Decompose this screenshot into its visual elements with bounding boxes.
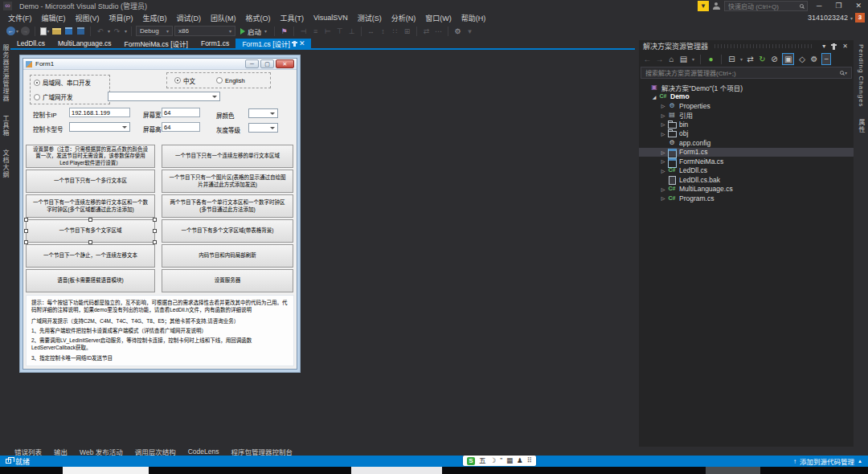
expand-arrow-icon[interactable]: ▷ [659, 131, 667, 137]
screen-width-input[interactable]: 64 [162, 108, 200, 117]
new-item-dropdown-icon[interactable] [47, 28, 50, 34]
fullwidth-moon-icon[interactable] [490, 456, 497, 466]
solution-search-box[interactable]: 搜索解决方案资源管理器(Ctrl+;) [641, 67, 852, 79]
menu-item[interactable]: VisualSVN [309, 14, 353, 22]
menu-item[interactable]: 生成(B) [138, 13, 172, 23]
demo-button[interactable]: 一个节目下只有一个图片区(表格的显示通过自绘图片并通过此方式添加发送) [162, 170, 293, 193]
restore-button[interactable] [830, 1, 846, 11]
menu-item[interactable]: 分析(N) [387, 13, 421, 23]
tree-row[interactable]: ▷ MultiLanguage.cs [639, 185, 854, 194]
tree-row[interactable]: ◢ Demo [639, 92, 854, 102]
menu-item[interactable]: 测试(S) [353, 13, 387, 23]
document-tab[interactable]: FormNeiMa.cs [设计] [118, 39, 194, 48]
skin-icon[interactable] [517, 456, 523, 466]
search-options-icon[interactable] [845, 70, 847, 76]
close-button[interactable] [850, 1, 866, 11]
language-combo[interactable] [108, 92, 220, 101]
left-rail-tab[interactable]: 文档大纲 [1, 149, 10, 178]
se-sync-icon[interactable] [706, 54, 715, 64]
form-designer-window[interactable]: Form1 局域网、串口开发 广域网开发 中文 [23, 58, 297, 370]
navigate-forward-icon[interactable] [21, 27, 30, 35]
card-model-combo[interactable] [69, 122, 130, 132]
feedback-flag-icon[interactable] [698, 1, 709, 11]
back-dropdown-icon[interactable] [16, 28, 18, 34]
document-tab[interactable]: Form1.cs [设计] [235, 39, 311, 48]
menu-item[interactable]: 项目(P) [104, 13, 138, 23]
account-dropdown-icon[interactable] [850, 15, 853, 21]
gray-level-combo[interactable] [248, 123, 278, 133]
bottom-panel-tab[interactable]: 程序包管理器控制台 [231, 447, 293, 456]
form-close-button[interactable] [276, 59, 294, 68]
radio-option[interactable]: English [216, 77, 245, 84]
wubi-mode-icon[interactable]: 五 [479, 456, 486, 466]
tree-row[interactable]: ▷ bin [639, 120, 854, 129]
demo-button[interactable]: 一个节目下只有一个多行文本区 [26, 170, 155, 193]
demo-button[interactable]: 一个节目下有多个文字区域(带表格背景) [162, 219, 293, 243]
undo-icon[interactable] [95, 26, 105, 37]
demo-button[interactable]: 两个节目下各有一个单行文本区和一个数字时钟区(多节目通过此方法添加) [162, 194, 293, 218]
expand-arrow-icon[interactable]: ▷ [659, 195, 667, 201]
menu-item[interactable]: 编辑(E) [37, 13, 71, 23]
radio-option[interactable]: 中文 [174, 76, 195, 85]
bottom-panel-tab[interactable]: 错误列表 [14, 447, 42, 456]
windows-taskbar[interactable] [0, 467, 868, 474]
expand-arrow-icon[interactable]: ▷ [659, 149, 667, 155]
se-collapse-all-icon[interactable] [727, 54, 736, 64]
right-rail-tab[interactable]: Pending Changes [858, 44, 865, 108]
demo-button[interactable]: 一个节目下有一个连续左移的单行文本区和一个数字时钟区(多个区域都通过此方法添加) [26, 194, 155, 218]
demo-button[interactable]: 设置服务器 [162, 269, 293, 292]
screen-color-combo[interactable] [248, 108, 278, 118]
notification-badge[interactable]: 3 [855, 13, 865, 22]
window-position-icon[interactable] [821, 43, 827, 50]
expand-arrow-icon[interactable]: ▷ [659, 168, 667, 174]
document-tab[interactable]: LedDll.cs [10, 39, 51, 48]
se-refresh-icon[interactable] [758, 54, 767, 64]
screen-height-input[interactable]: 64 [162, 122, 200, 132]
se-view-code-icon[interactable] [797, 54, 806, 64]
tree-row[interactable]: ▷ Form1.cs [639, 148, 854, 157]
se-pending-changes-filter-icon[interactable] [746, 54, 755, 64]
undo-dropdown-icon[interactable] [108, 28, 110, 34]
make-same-size-icon[interactable] [390, 26, 400, 37]
demo-button[interactable]: 一个节目下有多个文字区域 [26, 219, 155, 243]
se-nest-icon[interactable] [770, 54, 779, 64]
make-same-width-icon[interactable] [366, 26, 376, 37]
right-rail-tab[interactable]: 属性 [857, 119, 866, 133]
tree-row[interactable]: ▷ 引用 [639, 111, 854, 121]
tree-row[interactable]: ▷ obj [639, 129, 854, 139]
menu-item[interactable]: 团队(M) [206, 13, 241, 23]
left-rail-tab[interactable]: 工具箱 [1, 115, 10, 137]
person-icon[interactable] [713, 2, 720, 10]
configuration-combo[interactable]: Debug [136, 26, 173, 36]
start-debug-button[interactable]: 启动 [237, 27, 270, 36]
document-tab[interactable]: MultiLanguage.cs [51, 39, 118, 48]
pin-panel-icon[interactable] [833, 43, 835, 50]
menu-item[interactable]: 调试(D) [172, 13, 207, 23]
left-rail-tab[interactable]: 服务器资源管理器 [1, 44, 10, 102]
menu-item[interactable]: 窗口(W) [420, 13, 457, 23]
make-same-height-icon[interactable] [378, 26, 388, 37]
account-id[interactable]: 3141023242 [808, 14, 848, 22]
punctuation-icon[interactable] [500, 456, 502, 466]
close-panel-icon[interactable] [841, 43, 850, 50]
menu-item[interactable]: 格式(O) [241, 13, 276, 23]
radio-option[interactable]: 广域网开发 [34, 92, 106, 101]
menu-item[interactable]: 工具(T) [276, 13, 309, 23]
redo-icon[interactable] [112, 26, 122, 37]
se-show-all-files-icon[interactable] [782, 53, 794, 65]
ime-menu-icon[interactable] [527, 456, 532, 466]
quick-launch-box[interactable]: 快速启动 (Ctrl+Q) [724, 1, 808, 11]
se-preview-icon[interactable] [821, 53, 831, 65]
expand-arrow-icon[interactable]: ▷ [659, 158, 667, 164]
demo-button[interactable]: 设置屏参（注意：只需根据屏的宽高点数的颜色设置一次，发送节目时无需设置，该参数保… [26, 145, 155, 168]
demo-button[interactable]: 内码节目和内码局部刷新 [162, 244, 293, 268]
tree-row[interactable]: LedDll.cs.bak [639, 175, 854, 185]
menu-item[interactable]: 视图(V) [71, 13, 104, 23]
open-file-icon[interactable] [52, 28, 61, 35]
size-to-grid-icon[interactable] [402, 26, 412, 37]
platform-combo[interactable]: x86 [174, 26, 235, 36]
format-tools-icon[interactable] [452, 26, 463, 37]
menu-item[interactable]: 文件(F) [3, 13, 37, 23]
expand-arrow-icon[interactable]: ▷ [659, 186, 667, 192]
expand-arrow-icon[interactable]: ▷ [659, 103, 667, 108]
